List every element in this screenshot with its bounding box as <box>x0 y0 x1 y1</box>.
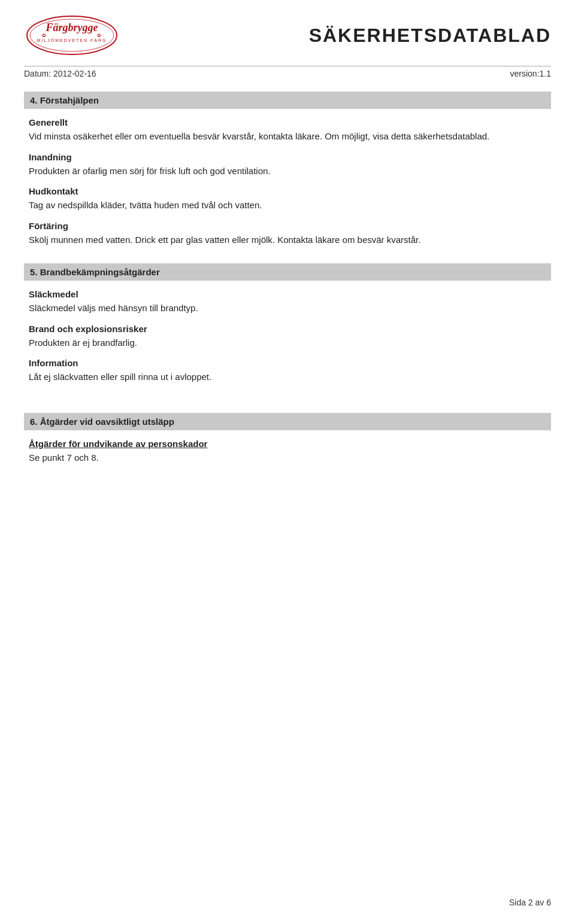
section5-header: 5. Brandbekämpningsåtgärder <box>24 263 551 281</box>
section5-content: Släckmedel Släckmedel väljs med hänsyn t… <box>24 289 551 384</box>
header: Färgbrygge MILJÖMEDVETEN FÄRG ✿ ✿ SÄKERH… <box>24 14 551 61</box>
brand-title: Brand och explosionsrisker <box>29 324 546 334</box>
page: Färgbrygge MILJÖMEDVETEN FÄRG ✿ ✿ SÄKERH… <box>0 0 575 924</box>
hudkontakt-title: Hudkontakt <box>29 186 546 196</box>
information-body: Låt ej släckvatten eller spill rinna ut … <box>29 370 546 384</box>
section6: 6. Åtgärder vid oavsiktligt utsläpp Åtgä… <box>24 413 551 465</box>
section5: 5. Brandbekämpningsåtgärder Släckmedel S… <box>24 263 551 384</box>
generellt-title: Generellt <box>29 117 546 127</box>
brand-body: Produkten är ej brandfarlig. <box>29 336 546 350</box>
svg-text:MILJÖMEDVETEN FÄRG: MILJÖMEDVETEN FÄRG <box>37 38 107 42</box>
svg-text:✿: ✿ <box>42 33 46 38</box>
inandning-body: Produkten är ofarlig men sörj för frisk … <box>29 165 546 178</box>
slackmedel-body: Släckmedel väljs med hänsyn till brandty… <box>29 302 546 315</box>
logo-container: Färgbrygge MILJÖMEDVETEN FÄRG ✿ ✿ <box>24 14 120 56</box>
section4-content: Generellt Vid minsta osäkerhet eller om … <box>24 117 551 247</box>
information-title: Information <box>29 358 546 368</box>
svg-text:✿: ✿ <box>97 33 101 38</box>
version-label: version:1.1 <box>510 69 551 78</box>
subheader: Datum: 2012-02-16 version:1.1 <box>24 66 551 81</box>
section4-header: 4. Förstahjälpen <box>24 92 551 109</box>
slackmedel-title: Släckmedel <box>29 289 546 299</box>
generellt-body: Vid minsta osäkerhet eller om eventuella… <box>29 130 546 144</box>
svg-text:Färgbrygge: Färgbrygge <box>46 22 98 34</box>
main-title: SÄKERHETSDATABLAD <box>120 25 551 47</box>
section6-content: Åtgärder för undvikande av personskador … <box>24 439 551 465</box>
footer-text: Sida 2 av 6 <box>509 898 551 907</box>
section6-header: 6. Åtgärder vid oavsiktligt utsläpp <box>24 413 551 430</box>
section4: 4. Förstahjälpen Generellt Vid minsta os… <box>24 92 551 247</box>
atgarder-title: Åtgärder för undvikande av personskador <box>29 439 546 449</box>
fortaring-title: Förtäring <box>29 221 546 231</box>
datum-label: Datum: 2012-02-16 <box>24 69 96 78</box>
inandning-title: Inandning <box>29 152 546 162</box>
hudkontakt-body: Tag av nedspillda kläder, tvätta huden m… <box>29 199 546 212</box>
fortaring-body: Skölj munnen med vatten. Drick ett par g… <box>29 233 546 247</box>
footer: Sida 2 av 6 <box>509 898 551 907</box>
company-logo: Färgbrygge MILJÖMEDVETEN FÄRG ✿ ✿ <box>24 14 120 56</box>
atgarder-body: Se punkt 7 och 8. <box>29 451 546 465</box>
